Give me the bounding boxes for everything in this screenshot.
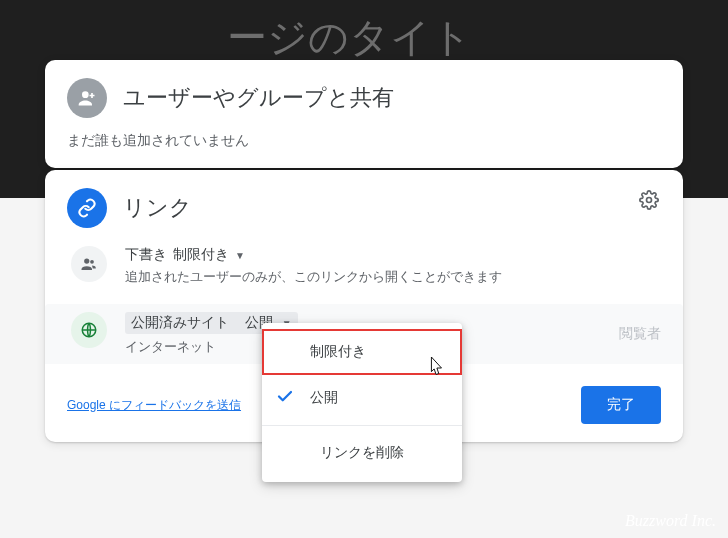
share-title: ユーザーやグループと共有	[123, 83, 394, 113]
done-button[interactable]: 完了	[581, 386, 661, 424]
share-card: ユーザーやグループと共有 まだ誰も追加されていません	[45, 60, 683, 168]
svg-point-1	[647, 198, 652, 203]
background-title: ージのタイト	[0, 10, 728, 65]
gear-icon[interactable]	[637, 188, 661, 212]
svg-point-3	[90, 260, 94, 264]
share-header: ユーザーやグループと共有	[67, 78, 661, 118]
link-access: 制限付き	[173, 246, 229, 264]
viewer-role-label[interactable]: 閲覧者	[619, 325, 661, 343]
pointer-cursor-icon	[425, 355, 447, 386]
link-desc: 追加されたユーザーのみが、このリンクから開くことができます	[125, 268, 661, 286]
share-subtitle: まだ誰も追加されていません	[67, 132, 661, 150]
access-dropdown: 制限付き 公開 リンクを削除	[262, 323, 462, 482]
menu-divider	[262, 425, 462, 426]
dropdown-item-label: 制限付き	[310, 343, 366, 359]
person-add-icon	[67, 78, 107, 118]
people-icon	[71, 246, 107, 282]
link-header: リンク	[67, 188, 661, 228]
link-name: 下書き	[125, 246, 167, 264]
link-row-draft-access[interactable]: 下書き 制限付き ▼	[125, 246, 661, 264]
globe-icon	[71, 312, 107, 348]
link-title: リンク	[123, 193, 192, 223]
dropdown-item-delete[interactable]: リンクを削除	[262, 430, 462, 476]
feedback-link[interactable]: Google にフィードバックを送信	[67, 397, 241, 414]
chevron-down-icon: ▼	[235, 250, 245, 261]
svg-point-0	[82, 91, 89, 98]
watermark: Buzzword Inc.	[625, 512, 716, 530]
svg-point-2	[84, 258, 89, 263]
link-icon	[67, 188, 107, 228]
check-icon	[276, 388, 294, 409]
link-name: 公開済みサイト	[131, 314, 229, 332]
dropdown-item-label: 公開	[310, 389, 338, 405]
dropdown-item-label: リンクを削除	[320, 444, 404, 460]
link-row-draft: 下書き 制限付き ▼ 追加されたユーザーのみが、このリンクから開くことができます	[67, 246, 661, 286]
